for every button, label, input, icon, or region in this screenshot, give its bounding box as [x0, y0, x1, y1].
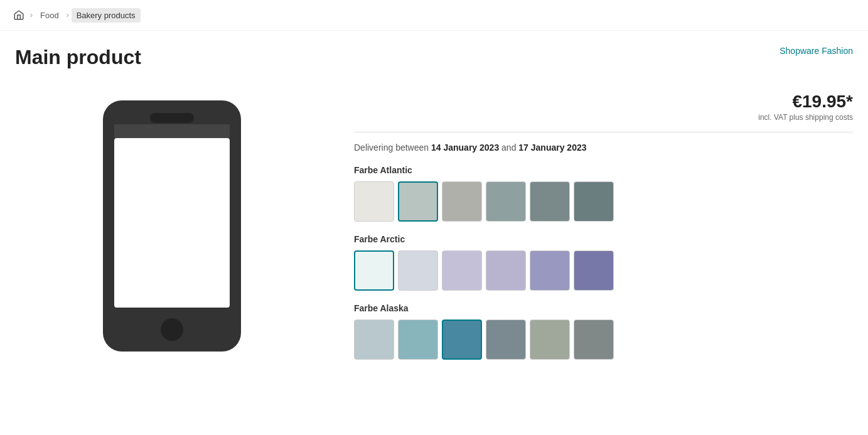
swatch-group-label-0: Farbe Atlantic	[354, 165, 853, 175]
swatch-row-1	[354, 250, 853, 291]
delivery-prefix: Delivering between	[354, 142, 431, 153]
brand-link[interactable]: Shopware Fashion	[780, 46, 853, 56]
content-area: €19.95* incl. VAT plus shipping costs De…	[15, 79, 853, 372]
breadcrumb-bakery[interactable]: Bakery products	[72, 8, 141, 23]
svg-point-3	[161, 318, 183, 341]
swatch-row-2	[354, 320, 853, 360]
svg-rect-2	[150, 113, 194, 123]
home-icon[interactable]	[10, 6, 28, 24]
swatch-2-5[interactable]	[574, 320, 614, 360]
swatch-0-5[interactable]	[574, 181, 614, 222]
delivery-info: Delivering between 14 January 2023 and 1…	[354, 142, 853, 153]
swatch-group-1: Farbe Arctic	[354, 234, 853, 291]
delivery-start: 14 January 2023	[431, 142, 499, 153]
price-section: €19.95* incl. VAT plus shipping costs	[354, 92, 853, 122]
swatch-2-2[interactable]	[442, 320, 482, 360]
swatch-1-3[interactable]	[486, 250, 526, 291]
breadcrumb-food[interactable]: Food	[35, 8, 64, 23]
product-details: €19.95* incl. VAT plus shipping costs De…	[354, 79, 853, 372]
divider	[354, 132, 853, 132]
swatch-group-2: Farbe Alaska	[354, 303, 853, 360]
swatch-1-5[interactable]	[574, 250, 614, 291]
swatch-2-3[interactable]	[486, 320, 526, 360]
swatch-group-label-2: Farbe Alaska	[354, 303, 853, 313]
swatch-1-1[interactable]	[398, 250, 438, 291]
swatch-0-4[interactable]	[530, 181, 570, 222]
swatch-1-4[interactable]	[530, 250, 570, 291]
swatch-2-0[interactable]	[354, 320, 394, 360]
page-container: Main product Shopware Fashion €1	[0, 31, 868, 372]
swatch-1-0[interactable]	[354, 250, 394, 291]
swatch-0-1[interactable]	[398, 181, 438, 222]
delivery-end: 17 January 2023	[518, 142, 586, 153]
svg-rect-1	[114, 138, 230, 308]
swatch-2-1[interactable]	[398, 320, 438, 360]
price-note: incl. VAT plus shipping costs	[354, 113, 853, 122]
swatch-row-0	[354, 181, 853, 222]
product-image	[97, 94, 247, 358]
swatch-groups-container: Farbe AtlanticFarbe ArcticFarbe Alaska	[354, 165, 853, 360]
svg-rect-4	[114, 124, 230, 138]
swatch-1-2[interactable]	[442, 250, 482, 291]
breadcrumb: › Food › Bakery products	[0, 0, 868, 31]
breadcrumb-separator-1: ›	[30, 11, 33, 19]
breadcrumb-separator-2: ›	[67, 11, 69, 19]
swatch-0-3[interactable]	[486, 181, 526, 222]
page-header: Main product Shopware Fashion	[15, 46, 853, 69]
swatch-group-label-1: Farbe Arctic	[354, 234, 853, 244]
page-title: Main product	[15, 46, 141, 69]
swatch-group-0: Farbe Atlantic	[354, 165, 853, 222]
product-image-container	[15, 79, 329, 372]
swatch-0-0[interactable]	[354, 181, 394, 222]
swatch-2-4[interactable]	[530, 320, 570, 360]
delivery-between: and	[499, 142, 518, 153]
swatch-0-2[interactable]	[442, 181, 482, 222]
price-amount: €19.95*	[354, 92, 853, 112]
